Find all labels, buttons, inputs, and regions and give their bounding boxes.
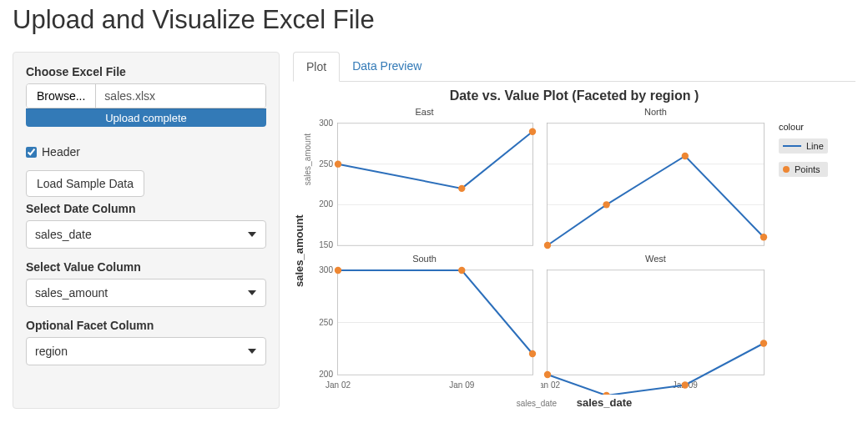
facet-title: South (310, 254, 539, 264)
legend-swatch-line-icon (783, 145, 801, 147)
svg-text:150: 150 (319, 240, 333, 249)
y-axis-label-secondary: sales_amount (303, 133, 312, 185)
value-column-select[interactable]: sales_amount (26, 279, 266, 307)
chevron-down-icon (248, 232, 256, 237)
svg-text:250: 250 (319, 318, 333, 327)
date-column-select[interactable]: sales_date (26, 220, 266, 249)
date-column-label: Select Date Column (26, 202, 266, 215)
chart-title: Date vs. Value Plot (Faceted by region ) (293, 88, 855, 103)
legend-title: colour (779, 122, 828, 132)
legend-points-label: Points (795, 164, 820, 174)
svg-point-11 (529, 128, 536, 135)
facet-title: East (310, 107, 539, 118)
x-axis-label: sales_date sales_date (293, 396, 855, 409)
svg-text:Jan 02: Jan 02 (326, 380, 351, 390)
tab-plot[interactable]: Plot (293, 52, 340, 82)
chevron-down-icon (248, 349, 256, 354)
facet-title: West (541, 254, 770, 264)
facet-chart: 150200250300 (310, 118, 539, 252)
facet-panel: South200250300Jan 02Jan 09 (310, 254, 539, 395)
svg-point-32 (529, 350, 536, 357)
legend-line-label: Line (806, 141, 824, 151)
svg-text:300: 300 (319, 265, 333, 274)
file-input-row: Browse... sales.xlsx (26, 83, 266, 108)
layout: Choose Excel File Browse... sales.xlsx U… (13, 52, 855, 409)
svg-point-41 (682, 381, 689, 388)
tab-data-preview[interactable]: Data Preview (340, 52, 434, 82)
header-label: Header (42, 145, 80, 159)
facet-chart (541, 118, 770, 252)
browse-button[interactable]: Browse... (27, 84, 96, 108)
facet-panel: East150200250300 (310, 107, 539, 252)
facet-column-select[interactable]: region (26, 337, 266, 365)
legend: colour Line Points (779, 122, 828, 395)
svg-point-10 (458, 185, 465, 192)
facet-grid: East150200250300NorthSouth200250300Jan 0… (310, 107, 770, 395)
legend-item-line: Line (779, 138, 828, 154)
chevron-down-icon (248, 290, 256, 295)
x-axis-label-secondary: sales_date (517, 399, 557, 408)
facet-panel: WestJan 02Jan 09 (541, 254, 770, 395)
svg-text:Jan 02: Jan 02 (541, 380, 560, 390)
load-sample-button[interactable]: Load Sample Data (26, 170, 144, 197)
svg-point-39 (544, 371, 551, 378)
facet-chart: 200250300Jan 02Jan 09 (310, 265, 539, 395)
svg-point-17 (544, 242, 551, 249)
svg-point-31 (458, 267, 465, 274)
svg-text:250: 250 (319, 159, 333, 169)
svg-point-20 (760, 234, 767, 240)
tabs: Plot Data Preview (293, 52, 855, 82)
svg-point-42 (760, 340, 767, 346)
svg-text:Jan 09: Jan 09 (449, 380, 474, 390)
svg-text:200: 200 (319, 370, 333, 379)
file-name-display: sales.xlsx (96, 84, 265, 108)
header-checkbox[interactable] (26, 147, 37, 158)
value-column-label: Select Value Column (26, 260, 266, 274)
legend-item-points: Points (779, 162, 828, 177)
svg-rect-0 (338, 123, 533, 246)
facet-title: North (541, 107, 770, 118)
facet-panel: North (541, 107, 770, 252)
page-title: Upload and Visualize Excel File (13, 5, 855, 35)
svg-point-9 (335, 160, 341, 167)
svg-rect-12 (548, 123, 765, 246)
svg-point-30 (335, 267, 341, 274)
chart-area: Date vs. Value Plot (Faceted by region )… (293, 88, 855, 409)
svg-text:300: 300 (319, 118, 333, 128)
file-label: Choose Excel File (26, 65, 266, 78)
facet-column-label: Optional Facet Column (26, 319, 266, 332)
sidebar: Choose Excel File Browse... sales.xlsx U… (13, 52, 280, 409)
svg-text:200: 200 (319, 199, 333, 209)
main-panel: Plot Data Preview Date vs. Value Plot (F… (293, 52, 855, 409)
upload-progress-bar: Upload complete (26, 108, 266, 127)
legend-swatch-dot-icon (783, 166, 790, 173)
svg-point-18 (603, 201, 609, 208)
facet-chart: Jan 02Jan 09 (541, 265, 770, 395)
svg-point-40 (603, 392, 609, 395)
svg-point-19 (682, 153, 689, 159)
